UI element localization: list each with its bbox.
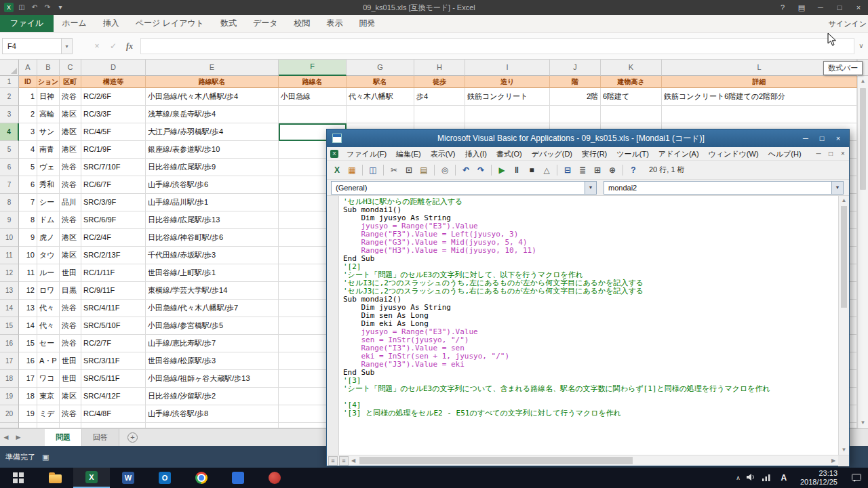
paste-icon[interactable]: ▤ bbox=[417, 163, 431, 177]
cell[interactable]: 秀和 bbox=[37, 176, 60, 194]
column-header-G[interactable]: G bbox=[347, 60, 414, 76]
cell[interactable]: 港区 bbox=[60, 247, 81, 264]
row-header-1[interactable]: 1 bbox=[0, 76, 19, 88]
project-explorer-icon[interactable]: ⊟ bbox=[561, 163, 574, 177]
cell[interactable]: 渋谷 bbox=[60, 300, 81, 317]
network-icon[interactable] bbox=[762, 472, 772, 484]
redo-icon[interactable]: ↷ bbox=[43, 3, 52, 12]
speaker-icon[interactable] bbox=[747, 472, 756, 484]
scroll-down-icon[interactable]: ▼ bbox=[858, 418, 868, 428]
design-mode-icon[interactable]: △ bbox=[540, 163, 553, 177]
ribbon-tab[interactable]: ページ レイアウト bbox=[127, 15, 212, 32]
chrome-taskbar-button[interactable] bbox=[183, 468, 220, 488]
code-pane[interactable]: 'セルH3に駅からの距離を記入するSub mondai1() Dim jyusy… bbox=[327, 196, 849, 455]
code-line[interactable]: 'セルJ3に,2つのスラッシュのうち,右にあるものが左から何文字目にあるかを記入… bbox=[343, 287, 837, 296]
procedure-dropdown-icon[interactable]: ▼ bbox=[831, 182, 843, 194]
cell[interactable]: 小田急線/代々木八幡駅/歩4 bbox=[146, 88, 279, 106]
ribbon-tab[interactable]: データ bbox=[245, 15, 286, 32]
cell[interactable]: 山手線/恵比寿駅/歩7 bbox=[146, 335, 279, 352]
restore-icon[interactable]: □ bbox=[830, 0, 849, 15]
row-header-3[interactable]: 3 bbox=[0, 106, 19, 123]
code-hscroll-track[interactable] bbox=[358, 455, 829, 466]
procedure-view-icon[interactable]: ≡ bbox=[328, 456, 338, 466]
cell[interactable]: 17 bbox=[19, 370, 37, 388]
cell[interactable]: RC/6/7F bbox=[81, 176, 146, 194]
outlook-taskbar-button[interactable]: O bbox=[146, 468, 183, 488]
cell[interactable]: 東横線/学芸大学駅/歩14 bbox=[146, 282, 279, 300]
cell[interactable] bbox=[81, 423, 146, 428]
ribbon-display-icon[interactable]: ▤ bbox=[792, 0, 811, 15]
cell[interactable]: A・P bbox=[37, 352, 60, 370]
column-header-J[interactable]: J bbox=[550, 60, 601, 76]
cell[interactable] bbox=[601, 106, 662, 123]
row-header-9[interactable]: 9 bbox=[0, 211, 19, 229]
cell[interactable]: 日比谷線/広尾駅/歩9 bbox=[146, 159, 279, 176]
column-header-C[interactable]: C bbox=[60, 60, 81, 76]
cell[interactable]: 渋谷 bbox=[60, 176, 81, 194]
code-scroll-down-icon[interactable]: ▼ bbox=[839, 445, 849, 455]
reset-icon[interactable]: ■ bbox=[525, 163, 538, 177]
close-icon[interactable]: × bbox=[849, 0, 868, 15]
cell[interactable]: SRC/3/11F bbox=[81, 352, 146, 370]
column-header-D[interactable]: D bbox=[81, 60, 146, 76]
cell[interactable] bbox=[37, 423, 60, 428]
ribbon-tab[interactable]: 表示 bbox=[319, 15, 351, 32]
cell[interactable]: 小田急線/代々木八幡駅/歩7 bbox=[146, 300, 279, 317]
cell[interactable]: 渋谷 bbox=[60, 211, 81, 229]
sheet-tab-回答[interactable]: 回答 bbox=[82, 429, 119, 446]
cell[interactable]: SRC/4/11F bbox=[81, 300, 146, 317]
copy-icon[interactable]: ⊡ bbox=[402, 163, 416, 177]
row-header-15[interactable]: 15 bbox=[0, 317, 19, 335]
code-line[interactable]: Range("H3").Value = Mid(jyusyo, 10, 11) bbox=[343, 247, 837, 255]
cell[interactable]: RC/1/9F bbox=[81, 141, 146, 159]
cell[interactable]: 世田谷線/松原駅/歩3 bbox=[146, 352, 279, 370]
cell[interactable]: 渋谷 bbox=[60, 335, 81, 352]
code-text[interactable]: 'セルH3に駅からの距離を記入するSub mondai1() Dim jyusy… bbox=[343, 198, 837, 418]
cell[interactable]: 浅草線/泉岳寺駅/歩4 bbox=[146, 106, 279, 123]
cell[interactable]: 南青 bbox=[37, 141, 60, 159]
cell[interactable]: 山手線/渋谷駅/歩6 bbox=[146, 176, 279, 194]
vba-menu-item[interactable]: ヘルプ(H) bbox=[764, 147, 806, 161]
new-sheet-button[interactable]: + bbox=[127, 432, 138, 443]
break-icon[interactable]: ‖ bbox=[510, 163, 524, 177]
cell[interactable]: 7 bbox=[19, 194, 37, 211]
row-header-16[interactable]: 16 bbox=[0, 335, 19, 352]
cell[interactable]: 日比谷線/広尾駅/歩13 bbox=[146, 211, 279, 229]
vba-menu-item[interactable]: 編集(E) bbox=[391, 147, 426, 161]
row-header-7[interactable]: 7 bbox=[0, 176, 19, 194]
column-header-I[interactable]: I bbox=[465, 60, 550, 76]
row-header-11[interactable]: 11 bbox=[0, 247, 19, 264]
object-dropdown[interactable]: (General) ▼ bbox=[331, 181, 597, 195]
cell[interactable]: SRC/3/9F bbox=[81, 194, 146, 211]
cell[interactable]: 13 bbox=[19, 300, 37, 317]
row-header-10[interactable]: 10 bbox=[0, 229, 19, 247]
cell[interactable]: 16 bbox=[19, 352, 37, 370]
sheet-scroll-right-icon[interactable]: ▶ bbox=[12, 429, 24, 446]
toolbox-icon[interactable]: ⊕ bbox=[606, 163, 619, 177]
excel-taskbar-button[interactable]: X bbox=[73, 468, 110, 488]
cell[interactable] bbox=[414, 106, 465, 123]
cell[interactable]: サン bbox=[37, 123, 60, 141]
cell[interactable]: SRC/6/9F bbox=[81, 211, 146, 229]
ribbon-tab[interactable]: 開発 bbox=[351, 15, 384, 32]
cell[interactable]: 渋谷 bbox=[60, 405, 81, 423]
cell[interactable]: 渋谷 bbox=[60, 159, 81, 176]
cell[interactable]: 世田 bbox=[60, 352, 81, 370]
cell[interactable]: 6階建て bbox=[601, 88, 662, 106]
column-header-B[interactable]: B bbox=[37, 60, 60, 76]
cell[interactable]: ワコ bbox=[37, 370, 60, 388]
properties-icon[interactable]: ≣ bbox=[576, 163, 589, 177]
row-header-19[interactable]: 19 bbox=[0, 388, 19, 405]
vba-menu-item[interactable]: デバッグ(D) bbox=[527, 147, 577, 161]
vba-minimize-icon[interactable]: ─ bbox=[797, 131, 814, 145]
column-header-A[interactable]: A bbox=[19, 60, 37, 76]
code-scrollbar-thumb[interactable] bbox=[841, 206, 847, 308]
vba-child-restore-icon[interactable]: □ bbox=[825, 150, 837, 157]
vba-menu-item[interactable]: ウィンドウ(W) bbox=[704, 147, 764, 161]
cell[interactable]: タウ bbox=[37, 247, 60, 264]
cell[interactable]: SRC/4/12F bbox=[81, 388, 146, 405]
scroll-up-icon[interactable]: ▲ bbox=[858, 76, 868, 87]
cell[interactable]: RC/9/11F bbox=[81, 282, 146, 300]
explorer-taskbar-button[interactable] bbox=[37, 468, 73, 488]
code-horizontal-scrollbar[interactable]: ≡ ≡ ◀ ▶ bbox=[327, 455, 849, 466]
